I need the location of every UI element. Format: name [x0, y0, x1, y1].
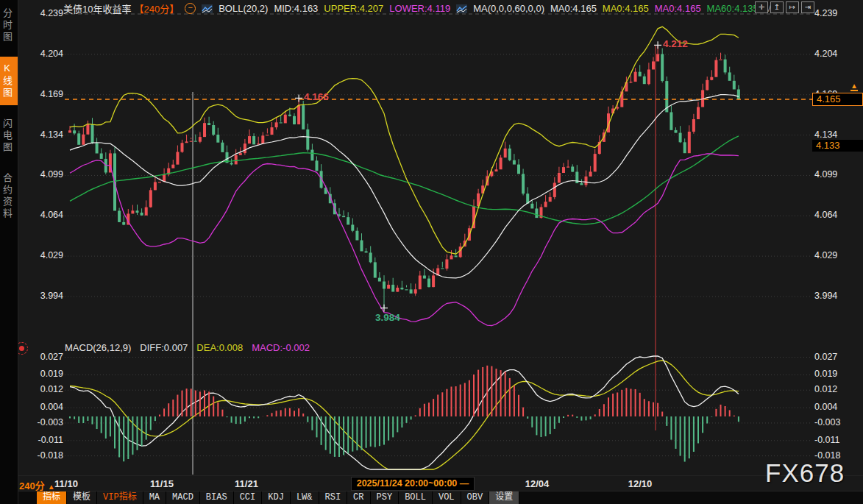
ma60-value: MA60:4.135: [707, 3, 759, 14]
crosshair-marker: [380, 305, 388, 312]
toolbar-item-11[interactable]: PSY: [371, 491, 399, 504]
toolbar-item-9[interactable]: RSI: [319, 491, 348, 504]
macd-axis-label: 0.004: [28, 402, 63, 412]
macd-axis-label: 0.012: [28, 384, 63, 394]
toolbar-item-8[interactable]: LW&: [291, 491, 319, 504]
price-axis-label: 4.099: [814, 169, 837, 180]
chart-header: 美债10年收益率 【240分】 − BOLL(20,2)MID:4.163UPP…: [63, 2, 773, 15]
toolbar-item-13[interactable]: VOL: [433, 491, 461, 504]
toolbar-item-0[interactable]: 指标: [37, 491, 67, 504]
price-annotation: 4.166: [304, 91, 329, 102]
macd-axis-label: -0.018: [28, 450, 63, 461]
boll-mid-value: MID:4.163: [274, 3, 318, 14]
boll-chart-icon[interactable]: [202, 4, 213, 13]
toolbar-item-4[interactable]: MACD: [166, 491, 200, 504]
brand-watermark: FX678: [765, 458, 845, 488]
macd-axis-label: 0.019: [28, 369, 63, 379]
scale-horizontal-icon[interactable]: ↦: [786, 1, 799, 13]
toolbar-item-6[interactable]: CCI: [234, 491, 263, 504]
boll-upper-value: UPPER:4.207: [324, 3, 383, 14]
toolbar-item-15[interactable]: 设置: [489, 491, 519, 504]
macd-axis-label: 0.012: [814, 384, 837, 394]
ma0-value-white: MA0:4.165: [550, 3, 597, 14]
macd-macd-value: MACD:-0.002: [252, 342, 310, 353]
grid-lines: [65, 14, 812, 456]
price-axis-label: 4.169: [28, 89, 63, 99]
macd-axis-label: -0.003: [28, 417, 63, 427]
chart-tools: ✛↥↦⇥: [755, 1, 814, 13]
toolbar-item-5[interactable]: BIAS: [200, 491, 234, 504]
sidebar-tab-3[interactable]: 合约资料: [0, 167, 18, 226]
toolbar-item-10[interactable]: CR: [347, 491, 370, 504]
toolbar-item-7[interactable]: KDJ: [262, 491, 291, 504]
price-axis-label: 4.239: [814, 8, 837, 18]
price-axis-label: 3.994: [814, 291, 837, 301]
instrument-title: 美债10年收益率: [63, 1, 131, 15]
last-price-value: 4.165: [817, 93, 841, 104]
sidebar-tab-1[interactable]: K线图: [0, 57, 18, 105]
indicator-readout: BOLL(20,2)MID:4.163UPPER:4.207LOWER:4.11…: [202, 3, 772, 14]
jump-to-latest-icon[interactable]: ⇥: [801, 1, 814, 13]
secondary-price-value: 4.133: [816, 140, 840, 151]
toolbar-item-1[interactable]: 模板: [67, 491, 97, 504]
candles: [68, 45, 740, 308]
macd-axis-label: 0.004: [814, 402, 837, 412]
timeframe-badge[interactable]: 【240分】: [134, 1, 179, 15]
price-axis-label: 4.029: [814, 250, 837, 260]
last-price-badge: 4.165: [812, 93, 863, 106]
price-axis-label: 4.204: [814, 49, 837, 59]
collapse-indicator-icon[interactable]: −: [185, 3, 196, 14]
sidebar-tab-2[interactable]: 闪电图: [0, 113, 18, 160]
macd-diff-value: DIFF:0.007: [140, 342, 188, 353]
date-label: 11/10: [54, 478, 78, 489]
scroll-to-latest-icon[interactable]: ▲: [848, 83, 860, 91]
trading-terminal: { "app": { "watermark": "FX678" }, "side…: [0, 0, 863, 504]
date-label: 11/15: [150, 478, 174, 489]
up-arrow-glyph: ▲: [850, 82, 858, 90]
macd-axis-label: -0.011: [814, 435, 840, 445]
price-annotations: 4.1664.2123.984: [295, 38, 688, 322]
indicator-lines: [70, 26, 739, 469]
toolbar-item-14[interactable]: OBV: [461, 491, 490, 504]
price-axis-label: 4.134: [28, 129, 63, 140]
macd-header: MACD(26,12,9) DIFF:0.007 DEA:0.008 MACD:…: [65, 342, 310, 353]
cursor-date-range: 2025/11/24 20:00~00:00 —: [351, 477, 475, 491]
ma0-value-yellow: MA0:4.165: [603, 3, 649, 14]
ma-price-badge: 4.133: [812, 140, 863, 152]
boll-params: BOLL(20,2): [219, 3, 268, 14]
toolbar-item-3[interactable]: MA: [143, 491, 166, 504]
date-label: 11/21: [235, 478, 258, 489]
scale-vertical-icon[interactable]: ↥: [770, 1, 784, 13]
toolbar-item-2[interactable]: VIP指标: [97, 491, 143, 504]
toolbar-item-12[interactable]: BOLL: [399, 491, 433, 504]
price-axis-label: 3.994: [28, 291, 63, 301]
price-axis-label: 4.099: [28, 169, 63, 180]
macd-axis-label: 0.027: [814, 352, 837, 362]
ma-params: MA(0,0,0,60,0,0): [473, 3, 544, 14]
price-axis-label: 4.029: [28, 250, 63, 260]
indicator-toolbar: 指标模板VIP指标MAMACDBIASCCIKDJLW&RSICRPSYBOLL…: [0, 491, 863, 504]
macd-axis-label: 0.027: [28, 352, 63, 362]
candlestick-chart-canvas[interactable]: 4.1664.2123.984: [0, 0, 863, 504]
macd-axis-label: -0.011: [28, 435, 63, 445]
left-sidebar: 分时图K线图闪电图合约资料: [0, 0, 18, 504]
macd-axis-label: -0.003: [814, 417, 840, 427]
pan-tool-icon[interactable]: ✛: [755, 1, 768, 13]
price-axis-label: 4.204: [28, 49, 63, 59]
price-axis-label: 4.064: [814, 210, 837, 220]
timeframe-text: 240分: [19, 480, 45, 491]
ma-chart-icon[interactable]: [456, 4, 467, 13]
macd-dea-value: DEA:0.008: [196, 342, 243, 353]
boll-lower-value: LOWER:4.119: [389, 3, 450, 14]
macd-axis-label: 0.019: [814, 369, 837, 379]
price-axis-label: 4.134: [814, 129, 837, 140]
sidebar-tab-0[interactable]: 分时图: [0, 2, 18, 49]
macd-panel: [70, 366, 739, 462]
price-axis-label: 4.239: [28, 8, 63, 18]
date-label: 12/10: [628, 478, 653, 489]
time-axis-row: 240分▲ 11/1011/1511/2112/0412/10 2025/11/…: [0, 475, 863, 491]
macd-params: MACD(26,12,9): [65, 342, 131, 353]
crosshair-marker: [295, 94, 302, 102]
date-label: 12/04: [525, 478, 550, 489]
price-annotation: 3.984: [375, 312, 400, 323]
